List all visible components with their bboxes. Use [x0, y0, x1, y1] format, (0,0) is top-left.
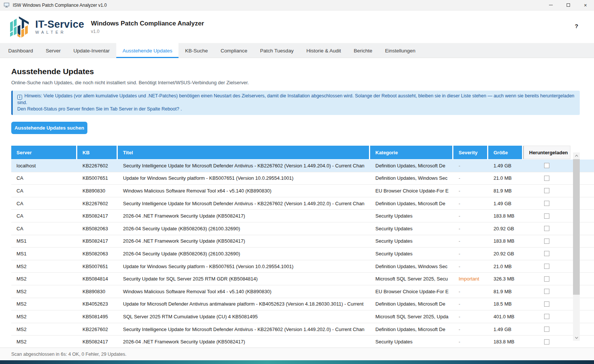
cell-size: 183.8 MB: [488, 238, 522, 244]
tab-kb-suche[interactable]: KB-Suche: [178, 43, 214, 58]
table-row[interactable]: MS2KB2267602Security Intelligence Update…: [11, 323, 594, 336]
cell-category: EU Browser Choice Update-For E: [370, 188, 452, 194]
cell-kb: KB890830: [77, 289, 117, 294]
tab-update-inventar[interactable]: Update-Inventar: [67, 43, 116, 58]
tab-einstellungen[interactable]: Einstellungen: [379, 43, 422, 58]
scroll-up-icon[interactable]: [573, 152, 580, 159]
cell-downloaded: [523, 276, 570, 282]
cell-server: localhost: [11, 163, 76, 169]
table-row[interactable]: CAKB50820632026-04 Security Update (KB50…: [11, 222, 594, 235]
scroll-down-icon[interactable]: [573, 334, 580, 341]
cell-kb: KB5082063: [77, 226, 117, 231]
tab-historie-audit[interactable]: Historie & Audit: [300, 43, 347, 58]
table-row[interactable]: MS1KB50824172026-04 .NET Framework Secur…: [11, 235, 594, 248]
cell-severity: -: [453, 301, 487, 307]
table-row[interactable]: MS2KB5081495SQL Server 2025 RTM Cumulati…: [11, 310, 594, 323]
cell-downloaded: [523, 251, 570, 256]
downloaded-checkbox[interactable]: [544, 163, 549, 168]
tab-patch-tuesday[interactable]: Patch Tuesday: [254, 43, 300, 58]
cell-server: MS2: [11, 301, 76, 307]
column-header-kb[interactable]: KB: [77, 146, 117, 159]
cell-size: 81.9 MB: [488, 289, 522, 294]
tab-berichte[interactable]: Berichte: [347, 43, 379, 58]
tab-compliance[interactable]: Compliance: [214, 43, 254, 58]
cell-server: CA: [11, 213, 76, 219]
close-button[interactable]: ×: [577, 0, 594, 10]
column-header-heruntergeladen[interactable]: Heruntergeladen: [523, 146, 570, 159]
cell-server: MS2: [11, 276, 76, 282]
tab-server[interactable]: Server: [39, 43, 67, 58]
scrollbar-thumb[interactable]: [573, 159, 580, 295]
downloaded-checkbox[interactable]: [544, 327, 549, 332]
page-content: Ausstehende Updates Online-Suche nach Up…: [0, 58, 594, 348]
app-title: Windows Patch Compliance Analyzer: [91, 20, 204, 27]
app-header: IT-Service WALTER Windows Patch Complian…: [0, 10, 594, 43]
downloaded-checkbox[interactable]: [544, 276, 549, 282]
tab-dashboard[interactable]: Dashboard: [2, 43, 39, 58]
column-header-größe[interactable]: Größe: [488, 146, 522, 159]
cell-downloaded: [523, 163, 570, 168]
column-header-severity[interactable]: Severity: [453, 146, 487, 159]
column-header-server[interactable]: Server: [11, 146, 76, 159]
downloaded-checkbox[interactable]: [544, 239, 549, 244]
search-pending-updates-button[interactable]: Ausstehende Updates suchen: [11, 122, 87, 134]
logo-subname: WALTER: [35, 30, 84, 34]
cell-size: 401.0 MB: [488, 314, 522, 319]
column-header-titel[interactable]: Titel: [118, 146, 369, 159]
column-header-kategorie[interactable]: Kategorie: [370, 146, 452, 159]
status-bar: Scan abgeschlossen in 6s: 4 OK, 0 Fehler…: [0, 348, 594, 360]
page-subtitle: Online-Suche nach Updates, die noch nich…: [11, 80, 594, 85]
table-row[interactable]: MS2KB5007651Update for Windows Security …: [11, 260, 594, 273]
cell-kb: KB5084814: [77, 276, 117, 282]
table-row[interactable]: localhostKB2267602Security Intelligence …: [11, 160, 594, 172]
downloaded-checkbox[interactable]: [544, 188, 549, 193]
cell-size: 21.0 MB: [488, 264, 522, 269]
cell-category: Security Updates: [370, 339, 452, 345]
table-row[interactable]: CAKB50824172026-04 .NET Framework Securi…: [11, 210, 594, 222]
tab-bar: DashboardServerUpdate-InventarAusstehend…: [0, 43, 594, 58]
cell-severity: -: [453, 201, 487, 206]
cell-severity: Important: [453, 276, 487, 282]
help-button[interactable]: ?: [575, 23, 578, 29]
downloaded-checkbox[interactable]: [544, 176, 549, 181]
downloaded-checkbox[interactable]: [544, 201, 549, 206]
downloaded-checkbox[interactable]: [544, 213, 549, 219]
downloaded-checkbox[interactable]: [544, 289, 549, 294]
cell-category: Definition Updates, Microsoft De: [370, 163, 452, 169]
downloaded-checkbox[interactable]: [544, 314, 549, 319]
cell-category: Definition Updates, Microsoft De: [370, 301, 452, 307]
downloaded-checkbox[interactable]: [544, 339, 549, 345]
table-row[interactable]: MS2KB4052623Update for Microsoft Defende…: [11, 298, 594, 311]
downloaded-checkbox[interactable]: [544, 226, 549, 231]
cell-title: Windows Malicious Software Removal Tool …: [118, 188, 369, 194]
table-row[interactable]: MS2KB890830Windows Malicious Software Re…: [11, 285, 594, 298]
cell-category: Security Updates: [370, 213, 452, 219]
vertical-scrollbar[interactable]: [573, 152, 580, 341]
cell-downloaded: [523, 264, 570, 269]
cell-size: 326.3 MB: [488, 276, 522, 282]
table-row[interactable]: CAKB5007651Update for Windows Security p…: [11, 172, 594, 185]
table-row[interactable]: MS1KB50820632026-04 Security Update (KB5…: [11, 248, 594, 260]
cell-title: Update for Windows Security platform - K…: [118, 264, 369, 269]
tab-ausstehende-updates[interactable]: Ausstehende Updates: [116, 43, 179, 58]
table-row[interactable]: MS2KB5084814Security Update for SQL Serv…: [11, 273, 594, 285]
maximize-button[interactable]: [560, 0, 577, 10]
downloaded-checkbox[interactable]: [544, 264, 549, 269]
cell-server: CA: [11, 188, 76, 194]
cell-title: 2026-04 Security Update (KB5082063) (261…: [118, 226, 369, 231]
table-row[interactable]: MS2KB50824172026-04 .NET Framework Secur…: [11, 336, 594, 348]
cell-kb: KB5007651: [77, 175, 117, 181]
table-row[interactable]: CAKB890830Windows Malicious Software Rem…: [11, 185, 594, 197]
table-row[interactable]: CAKB2267602Security Intelligence Update …: [11, 197, 594, 210]
cell-server: MS2: [11, 314, 76, 319]
cell-downloaded: [523, 327, 570, 332]
minimize-button[interactable]: [542, 0, 560, 10]
downloaded-checkbox[interactable]: [544, 251, 549, 256]
app-version: v1.0: [91, 29, 204, 34]
cell-category: Definition Updates, Microsoft De: [370, 327, 452, 332]
cell-kb: KB2267602: [77, 201, 117, 206]
cell-downloaded: [523, 289, 570, 294]
downloaded-checkbox[interactable]: [544, 301, 549, 307]
status-text: Scan abgeschlossen in 6s: 4 OK, 0 Fehler…: [11, 352, 126, 357]
cell-kb: KB2267602: [77, 327, 117, 332]
